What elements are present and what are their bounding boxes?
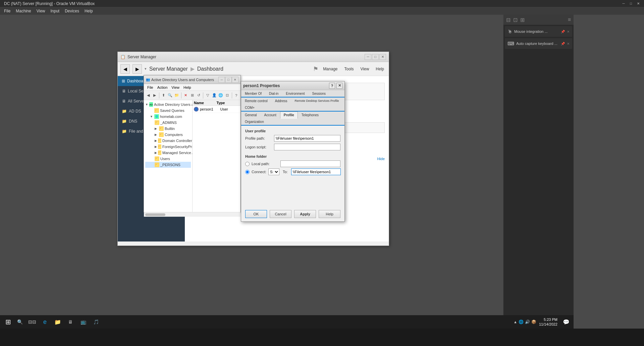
vbox-restore-button[interactable]: □ [628, 1, 634, 7]
taskbar-explorer-icon[interactable]: 📁 [52, 316, 64, 328]
tab-remote-control[interactable]: Remote control [241, 97, 271, 104]
aduc-tb-up[interactable]: ⬆ [161, 92, 167, 99]
aduc-menu-view[interactable]: View [169, 85, 181, 89]
sm-restore-button[interactable]: □ [372, 54, 379, 60]
sm-nav-dropdown[interactable]: ▾ [145, 67, 147, 71]
start-button[interactable]: ⊞ [1, 315, 15, 329]
aduc-tb-back[interactable]: ◀ [145, 92, 151, 99]
sm-forward-button[interactable]: ▶ [132, 64, 142, 74]
tree-computers[interactable]: ▶ 📁 Computers [145, 132, 191, 138]
aduc-menu-help[interactable]: Help [181, 85, 193, 89]
aduc-tb-props[interactable]: ⊞ [189, 92, 195, 99]
aduc-tb-filter[interactable]: ▽ [205, 92, 211, 99]
tree-root[interactable]: ▼ AD Active Directory Users and Com... [145, 101, 191, 108]
mouse-integration-item[interactable]: 🖱 Mouse integration ... 📌 ✕ [505, 26, 572, 37]
aduc-tb-forward[interactable]: ▶ [152, 92, 158, 99]
tree-domain[interactable]: ▼ 🌐 homelab.com [145, 114, 191, 120]
tree-fsp[interactable]: ▶ 📁 ForeignSecurityPrincipals [145, 144, 191, 150]
pin-icon[interactable]: 📌 [561, 30, 565, 33]
connect-path-input[interactable] [291, 168, 341, 175]
help-button[interactable]: Help [319, 210, 340, 218]
sm-tools-menu[interactable]: Tools [342, 67, 356, 71]
vm-menu-view[interactable]: View [34, 7, 48, 15]
taskbar-task-view[interactable]: ⊟⊟ [26, 316, 38, 328]
aduc-tb-extra[interactable]: ⊡ [224, 92, 230, 99]
aduc-menu-file[interactable]: File [145, 85, 155, 89]
local-path-radio[interactable] [245, 162, 250, 166]
dialog-help-button[interactable]: ? [329, 83, 335, 89]
aduc-tb-refresh[interactable]: ↺ [196, 92, 202, 99]
tab-telephones[interactable]: Telephones [298, 112, 322, 118]
panel-item1-close[interactable]: ✕ [567, 30, 570, 33]
tab-address[interactable]: Address [271, 97, 291, 104]
scrollbar-thumb[interactable] [145, 213, 165, 216]
sm-back-button[interactable]: ◀ [120, 64, 130, 74]
tree-users[interactable]: 📁 Users [145, 156, 191, 162]
vm-menu-devices[interactable]: Devices [62, 7, 82, 15]
sm-view-menu[interactable]: View [359, 67, 371, 71]
aduc-scrollbar[interactable] [144, 212, 240, 217]
tree-admins[interactable]: 📁 _ADMINS [145, 120, 191, 126]
taskbar-server-manager-icon[interactable]: 🖥 [64, 316, 76, 328]
sm-manage-menu[interactable]: Manage [321, 67, 339, 71]
aduc-minimize-button[interactable]: ─ [218, 77, 225, 83]
cancel-button[interactable]: Cancel [270, 210, 291, 218]
sm-minimize-button[interactable]: ─ [365, 54, 371, 60]
tab-environment[interactable]: Environment [282, 90, 308, 97]
vbox-minimize-button[interactable]: ─ [621, 1, 627, 7]
sm-hide-button[interactable]: Hide [377, 157, 385, 161]
drive-letter-select[interactable]: S: T: U: [268, 168, 279, 175]
tab-rdsp[interactable]: Remote Desktop Services Profile [291, 97, 343, 104]
ok-button[interactable]: OK [245, 210, 267, 218]
tab-member-of[interactable]: Member Of [241, 90, 265, 97]
tree-persons[interactable]: 📁 _PERSONS [145, 162, 191, 168]
aduc-menu-action[interactable]: Action [155, 85, 170, 89]
tree-saved-queries[interactable]: 📁 Saved Queries [145, 108, 191, 114]
aduc-tb-domain[interactable]: 🌐 [218, 92, 224, 99]
panel-item2-close[interactable]: ✕ [567, 42, 570, 46]
tab-com[interactable]: COM+ [241, 104, 258, 111]
aduc-tb-users[interactable]: 👤 [211, 92, 217, 99]
profile-path-input[interactable] [274, 135, 340, 142]
logon-script-input[interactable] [274, 144, 340, 150]
sm-help-menu[interactable]: Help [374, 67, 386, 71]
aduc-tb-search[interactable]: 🔍 [167, 92, 173, 99]
tab-account[interactable]: Account [261, 112, 280, 118]
vm-menu-input[interactable]: Input [48, 7, 62, 15]
keyboard-capture-item[interactable]: ⌨ Auto capture keyboard ... 📌 ✕ [505, 38, 572, 49]
taskbar-search-button[interactable]: 🔍 [15, 315, 25, 329]
tab-sessions[interactable]: Sessions [309, 90, 330, 97]
tab-dial-in[interactable]: Dial-in [265, 90, 282, 97]
list-item[interactable]: 👤 person1 User [193, 106, 240, 113]
dialog-close-button[interactable]: ✕ [336, 83, 342, 89]
tab-organization[interactable]: Organization [241, 118, 268, 125]
profile-path-label: Profile path: [245, 136, 272, 140]
aduc-tb-delete[interactable]: ✕ [183, 92, 189, 99]
vm-menu-help[interactable]: Help [82, 7, 96, 15]
vbox-close-button[interactable]: ✕ [635, 1, 641, 7]
apply-button[interactable]: Apply [294, 210, 316, 218]
tab-profile[interactable]: Profile [280, 112, 298, 119]
vm-menu-machine[interactable]: Machine [13, 7, 34, 15]
notifications-button[interactable]: 💬 [560, 319, 572, 325]
tree-domain-controllers[interactable]: ▶ 📁 Domain Controllers [145, 138, 191, 144]
tab-general[interactable]: General [241, 112, 261, 118]
dialog-buttons: OK Cancel Apply Help [241, 210, 344, 218]
local-path-input[interactable] [280, 160, 340, 167]
tree-builtin[interactable]: ▶ 📁 Builtin [145, 126, 191, 132]
aduc-tb-folder[interactable]: 📁 [174, 92, 180, 99]
vm-menu-file[interactable]: File [1, 7, 13, 15]
tree-managed-service[interactable]: ▶ 📁 Managed Service Accoun... [145, 150, 191, 156]
aduc-restore-button[interactable]: □ [225, 77, 232, 83]
aduc-close-button[interactable]: ✕ [232, 77, 238, 83]
sm-close-button[interactable]: ✕ [379, 54, 386, 60]
aduc-tb-help[interactable]: ? [233, 92, 239, 99]
connect-radio[interactable] [245, 170, 250, 174]
pin-icon2[interactable]: 📌 [561, 42, 565, 46]
systray-expand[interactable]: ▲ [514, 320, 517, 324]
sm-flag-button[interactable]: ⚑ [313, 65, 318, 73]
taskbar-clock[interactable]: 5:23 PM 11/14/2022 [539, 317, 557, 327]
taskbar-extra-icon[interactable]: 🎵 [90, 316, 102, 328]
taskbar-ie-icon[interactable]: e [39, 316, 51, 328]
taskbar-powershell-icon[interactable]: 📺 [77, 316, 89, 328]
